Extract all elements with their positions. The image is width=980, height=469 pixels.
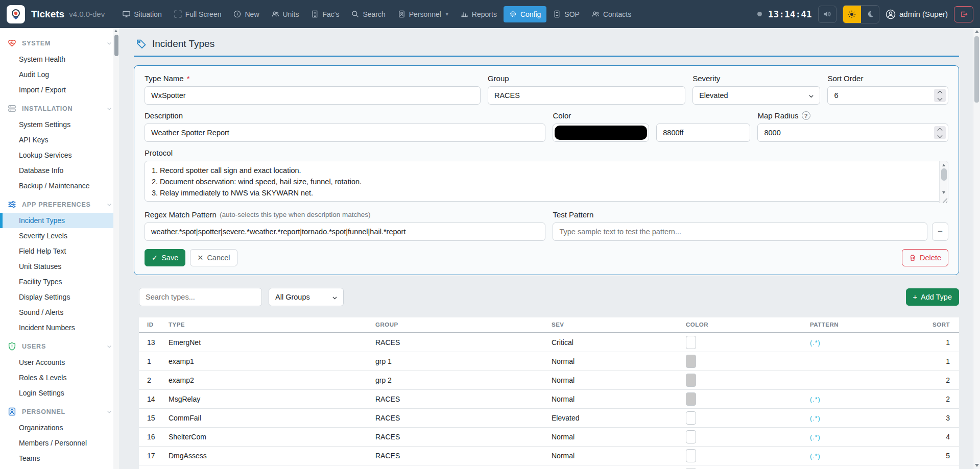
sidebar-item-incident-numbers[interactable]: Incident Numbers (0, 320, 118, 335)
sort-order-input[interactable] (827, 86, 948, 105)
description-input[interactable] (145, 124, 545, 142)
sidebar-section-app-preferences[interactable]: APP PREFERENCES (0, 195, 118, 213)
col-sort[interactable]: SORT (908, 317, 959, 333)
page-scrollbar-thumb[interactable] (974, 36, 979, 103)
nav-reports[interactable]: Reports (455, 6, 503, 22)
user-menu[interactable]: admin (Super) (886, 9, 948, 19)
nav-fullscreen[interactable]: Full Screen (169, 6, 227, 22)
sidebar-section-system[interactable]: SYSTEM (0, 34, 118, 52)
sidebar-item-roles-levels[interactable]: Roles & Levels (0, 370, 118, 385)
textarea-scrollbar[interactable] (939, 161, 948, 203)
logout-button[interactable] (954, 6, 973, 22)
table-row[interactable]: 17DmgAssessRACESNormal (.*)5 (139, 446, 959, 465)
page-scrollbar[interactable] (973, 28, 980, 469)
scroll-down-arrow[interactable] (975, 464, 979, 467)
sidebar-item-lookup-services[interactable]: Lookup Services (0, 147, 118, 163)
col-pattern[interactable]: PATTERN (806, 317, 908, 333)
moon-icon (866, 10, 874, 18)
nav-facilities[interactable]: Fac's (305, 6, 345, 22)
test-pattern-minus-button[interactable]: − (932, 223, 948, 241)
scroll-down-arrow[interactable] (942, 191, 945, 194)
sidebar-item-audit-log[interactable]: Audit Log (0, 67, 118, 82)
sidebar-scrollbar-thumb[interactable] (114, 35, 118, 56)
sidebar-item-members-personnel[interactable]: Members / Personnel (0, 435, 118, 451)
protocol-textarea[interactable]: 1. Record spotter call sign and exact lo… (145, 161, 948, 202)
sidebar-item-api-keys[interactable]: API Keys (0, 132, 118, 147)
table-row[interactable]: 15CommFailRACESElevated (.*)3 (139, 408, 959, 427)
color-swatch (686, 392, 696, 406)
sidebar-item-system-settings[interactable]: System Settings (0, 117, 118, 132)
scroll-up-arrow[interactable] (114, 30, 117, 32)
delete-button[interactable]: Delete (902, 249, 948, 266)
group-filter-select[interactable]: All Groups (269, 288, 344, 306)
brand-title[interactable]: Tickets (31, 9, 64, 20)
map-radius-field: Map Radius ? (757, 111, 948, 142)
sidebar-section-personnel[interactable]: PERSONNEL (0, 402, 118, 420)
sidebar-item-field-help-text[interactable]: Field Help Text (0, 243, 118, 259)
sidebar-item-organizations[interactable]: Organizations (0, 420, 118, 435)
col-sev[interactable]: SEV (547, 317, 682, 333)
sidebar-item-facility-types[interactable]: Facility Types (0, 274, 118, 289)
table-row[interactable]: 2examp2grp 2Normal 2 (139, 371, 959, 389)
table-row[interactable]: 13EmergNetRACESCritical (.*)1 (139, 333, 959, 352)
color-picker-swatch[interactable] (553, 124, 649, 142)
table-row[interactable]: 14MsgRelayRACESNormal (.*)2 (139, 389, 959, 408)
sidebar-item-display-settings[interactable]: Display Settings (0, 289, 118, 305)
table-row[interactable]: 18WxSpotterRACESElevated (.*)6 (139, 465, 959, 469)
col-id[interactable]: ID (139, 317, 164, 333)
number-spinner[interactable] (934, 126, 946, 139)
nav-sop[interactable]: SOP (547, 6, 585, 22)
app-logo[interactable] (7, 5, 25, 23)
theme-toggle (843, 5, 879, 23)
scroll-up-arrow[interactable] (942, 164, 945, 166)
sidebar-item-import-export[interactable]: Import / Export (0, 82, 118, 97)
nav-situation[interactable]: Situation (117, 6, 167, 22)
test-pattern-input[interactable] (553, 223, 927, 241)
number-spinner[interactable] (934, 89, 946, 102)
help-icon[interactable]: ? (802, 111, 810, 120)
add-type-button[interactable]: + Add Type (906, 288, 959, 306)
sidebar-item-user-accounts[interactable]: User Accounts (0, 355, 118, 370)
dark-mode-button[interactable] (861, 6, 879, 23)
color-swatch (686, 411, 696, 425)
group-input[interactable] (488, 86, 685, 105)
sidebar-section-users[interactable]: USERS (0, 337, 118, 355)
color-hex-input[interactable] (656, 124, 750, 142)
nav-units[interactable]: Units (266, 6, 305, 22)
sound-toggle-button[interactable] (818, 6, 836, 23)
nav-contacts[interactable]: Contacts (586, 6, 637, 22)
col-type[interactable]: TYPE (164, 317, 371, 333)
save-button[interactable]: ✓ Save (145, 249, 185, 266)
sidebar-scrollbar[interactable] (113, 28, 119, 469)
nav-personnel[interactable]: Personnel ▾ (392, 6, 454, 22)
sidebar-item-incident-types[interactable]: Incident Types (0, 213, 118, 228)
light-mode-button[interactable] (843, 6, 861, 23)
nav-new[interactable]: New (228, 6, 265, 22)
table-row[interactable]: 1examp1grp 1Normal 1 (139, 352, 959, 371)
severity-select[interactable]: Elevated (692, 86, 820, 105)
type-name-input[interactable] (145, 86, 481, 105)
regex-pattern-icon: (.*) (810, 434, 821, 441)
sidebar-item-teams[interactable]: Teams (0, 451, 118, 466)
bar-chart-icon (461, 10, 468, 18)
sidebar-item-sound-alerts[interactable]: Sound / Alerts (0, 305, 118, 320)
sidebar-item-unit-statuses[interactable]: Unit Statuses (0, 259, 118, 274)
regex-pattern-input[interactable] (145, 223, 545, 241)
sidebar-item-severity-levels[interactable]: Severity Levels (0, 228, 118, 243)
sidebar-item-backup-maintenance[interactable]: Backup / Maintenance (0, 178, 118, 193)
sidebar-item-login-settings[interactable]: Login Settings (0, 385, 118, 401)
textarea-scrollbar-thumb[interactable] (941, 168, 947, 181)
cancel-button[interactable]: ✕ Cancel (190, 249, 237, 266)
sidebar-item-database-info[interactable]: Database Info (0, 163, 118, 178)
monitor-icon (123, 10, 130, 18)
map-radius-input[interactable] (757, 124, 948, 142)
table-row[interactable]: 16ShelterComRACESNormal (.*)4 (139, 427, 959, 446)
nav-search[interactable]: Search (346, 6, 391, 22)
search-input[interactable] (139, 288, 262, 306)
nav-config[interactable]: Config (504, 6, 546, 22)
sidebar-section-installation[interactable]: INSTALLATION (0, 99, 118, 117)
sidebar-item-system-health[interactable]: System Health (0, 52, 118, 67)
col-color[interactable]: COLOR (682, 317, 806, 333)
scroll-up-arrow[interactable] (975, 30, 979, 33)
col-group[interactable]: GROUP (371, 317, 547, 333)
